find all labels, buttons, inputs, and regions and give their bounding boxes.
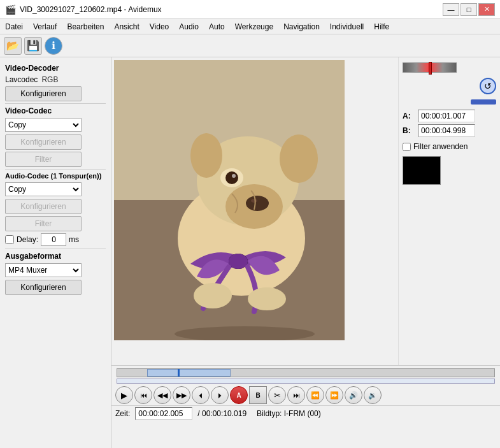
timeline-lower[interactable]	[117, 379, 495, 384]
audio2-button[interactable]: 🔉	[364, 386, 382, 404]
blue-slider-area	[471, 99, 496, 105]
right-panel: ↺ A: 00:00:01.007 B: 00:00:04.998	[398, 57, 500, 365]
video-frame	[114, 60, 345, 340]
audio-dropdown[interactable]: Copy AAC MP3 AC3	[5, 182, 82, 196]
rewind-button[interactable]: ◀◀	[154, 386, 171, 404]
svg-point-9	[280, 134, 318, 183]
center-and-bottom: ↺ A: 00:00:01.007 B: 00:00:04.998	[111, 57, 500, 448]
menu-item-individuell[interactable]: Individuell	[325, 21, 369, 33]
cut-button[interactable]: ✂	[268, 386, 286, 404]
video-decoder-title: Video-Decoder	[5, 64, 106, 73]
zeit-label: Zeit:	[115, 409, 130, 418]
mark-a-button[interactable]: A	[230, 386, 248, 404]
divider-2	[5, 169, 106, 170]
titlebar-controls: — □ ✕	[443, 3, 495, 16]
color-slider-track[interactable]	[403, 62, 457, 73]
fast-forward-button[interactable]: ▶▶	[173, 386, 190, 404]
lavcodec-label: Lavcodec	[5, 75, 38, 84]
play-button[interactable]: ▶	[115, 386, 133, 404]
video-codec-title: Video-Codec	[5, 106, 106, 115]
current-time: 00:00:02.005	[135, 407, 192, 420]
maximize-button[interactable]: □	[461, 3, 477, 16]
video-preview	[114, 60, 345, 340]
menu-item-datei[interactable]: Datei	[0, 21, 28, 33]
configure-btn-4[interactable]: Konfigurieren	[5, 280, 82, 295]
total-time: / 00:00:10.019	[197, 409, 246, 418]
nav-circle-button[interactable]: ↺	[480, 78, 496, 94]
divider-3	[5, 249, 106, 249]
filter-label: Filter anwenden	[413, 142, 468, 151]
left-panel: Video-Decoder Lavcodec RGB Konfigurieren…	[0, 57, 111, 448]
save-button[interactable]: 💾	[24, 37, 42, 55]
codec-dropdown[interactable]: Copy MPEG4 H264 HEVC	[5, 118, 82, 132]
main-wrapper: Video-Decoder Lavcodec RGB Konfigurieren…	[0, 57, 500, 448]
app-icon: 🎬	[5, 4, 16, 15]
frame-type: Bildtyp: I-FRM (00)	[257, 409, 321, 418]
center-area: ↺ A: 00:00:01.007 B: 00:00:04.998	[111, 57, 500, 365]
time-b-value: 00:00:04.998	[418, 124, 475, 137]
time-a-label: A:	[403, 112, 415, 120]
menu-item-audio[interactable]: Audio	[174, 21, 204, 33]
control-buttons: ▶ ⏮ ◀◀ ▶▶ ⏴ ⏵ A B ✂ ⏭ ⏪ ⏩ 🔊 🔉	[111, 385, 500, 405]
menu-item-bearbeiten[interactable]: Bearbeiten	[62, 21, 109, 33]
menu-item-video[interactable]: Video	[145, 21, 174, 33]
configure-btn-3[interactable]: Konfigurieren	[5, 199, 82, 214]
next-keyframe-button[interactable]: ⏩	[325, 386, 343, 404]
audio1-button[interactable]: 🔊	[345, 386, 362, 404]
filter-row: Filter anwenden	[403, 142, 496, 151]
menu-item-verlauf[interactable]: Verlauf	[28, 21, 62, 33]
timeline-selection	[147, 369, 230, 377]
goto-start-button[interactable]: ⏭	[287, 386, 305, 404]
mark-b-button[interactable]: B	[249, 386, 267, 404]
audio-dropdown-row: Copy AAC MP3 AC3	[5, 182, 106, 196]
svg-point-8	[232, 174, 236, 178]
bottom-area: ▶ ⏮ ◀◀ ▶▶ ⏴ ⏵ A B ✂ ⏭ ⏪ ⏩ 🔊 🔉 Zeit: 00:0…	[111, 365, 500, 448]
titlebar-title: VID_300291027_120602.mp4 - Avidemux	[20, 5, 162, 14]
time-a-row: A: 00:00:01.007	[403, 110, 496, 122]
svg-point-14	[229, 254, 248, 269]
delay-input[interactable]	[41, 233, 66, 246]
svg-point-11	[246, 196, 269, 211]
delay-checkbox[interactable]	[5, 235, 14, 244]
titlebar-left: 🎬 VID_300291027_120602.mp4 - Avidemux	[5, 4, 162, 15]
menu-item-auto[interactable]: Auto	[204, 21, 230, 33]
format-dropdown[interactable]: MP4 Muxer MKV Muxer AVI Muxer	[5, 263, 82, 277]
time-fields: A: 00:00:01.007 B: 00:00:04.998	[403, 110, 496, 137]
info-button[interactable]: ℹ	[45, 37, 62, 55]
toolbar: 📂 💾 ℹ	[0, 34, 500, 57]
nav-btn-area: ↺	[403, 78, 496, 94]
configure-btn-2[interactable]: Konfigurieren	[5, 134, 82, 150]
time-b-label: B:	[403, 126, 415, 135]
format-dropdown-row: MP4 Muxer MKV Muxer AVI Muxer	[5, 263, 106, 277]
divider-1	[5, 103, 106, 104]
filter-checkbox[interactable]	[403, 143, 411, 151]
configure-btn-1[interactable]: Konfigurieren	[5, 86, 82, 101]
filter-btn-2[interactable]: Filter	[5, 216, 82, 231]
menu-item-werkzeuge[interactable]: Werkzeuge	[230, 21, 278, 33]
prev-keyframe-button[interactable]: ⏪	[306, 386, 324, 404]
codec-dropdown-row: Copy MPEG4 H264 HEVC	[5, 118, 106, 132]
svg-point-10	[190, 133, 222, 178]
next-frame-button[interactable]: ⏵	[211, 386, 229, 404]
lavcodec-row: Lavcodec RGB	[5, 75, 106, 84]
svg-point-15	[194, 283, 232, 308]
time-a-value: 00:00:01.007	[418, 110, 475, 122]
svg-point-16	[248, 287, 286, 310]
lavcodec-value: RGB	[41, 75, 58, 84]
titlebar: 🎬 VID_300291027_120602.mp4 - Avidemux — …	[0, 0, 500, 19]
filter-btn-1[interactable]: Filter	[5, 152, 82, 167]
open-button[interactable]: 📂	[4, 37, 22, 55]
status-bar: Zeit: 00:00:02.005 / 00:00:10.019 Bildty…	[111, 405, 500, 421]
prev-frame-button[interactable]: ⏴	[192, 386, 210, 404]
menu-item-ansicht[interactable]: Ansicht	[109, 21, 144, 33]
menu-item-hilfe[interactable]: Hilfe	[369, 21, 394, 33]
ausgabe-title: Ausgabeformat	[5, 252, 106, 261]
minimize-button[interactable]: —	[443, 3, 459, 16]
menu-item-navigation[interactable]: Navigation	[278, 21, 325, 33]
step-back-button[interactable]: ⏮	[134, 386, 152, 404]
menubar: DateiVerlaufBearbeitenAnsichtVideoAudioA…	[0, 19, 500, 34]
close-button[interactable]: ✕	[478, 3, 495, 16]
timeline-cursor[interactable]	[178, 369, 180, 377]
timeline-main[interactable]	[117, 368, 495, 377]
color-slider-thumb[interactable]	[429, 62, 432, 75]
